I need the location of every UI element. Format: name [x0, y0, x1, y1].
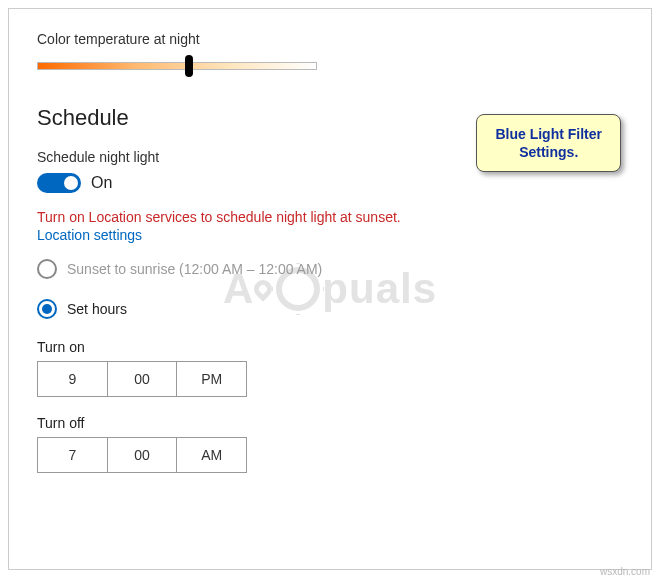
radio-set-hours[interactable]: Set hours — [37, 299, 623, 319]
turn-off-label: Turn off — [37, 415, 623, 431]
turn-on-hour[interactable]: 9 — [38, 362, 108, 396]
radio-dot — [42, 304, 52, 314]
annotation-callout: Blue Light Filter Settings. — [476, 114, 621, 172]
slider-thumb[interactable] — [185, 55, 193, 77]
turn-off-minute[interactable]: 00 — [108, 438, 178, 472]
turn-on-label: Turn on — [37, 339, 623, 355]
radio-sunset-to-sunrise: Sunset to sunrise (12:00 AM – 12:00 AM) — [37, 259, 623, 279]
radio-icon — [37, 259, 57, 279]
callout-line2: Settings. — [495, 143, 602, 161]
turn-off-period[interactable]: AM — [177, 438, 246, 472]
toggle-state-text: On — [91, 174, 112, 192]
callout-line1: Blue Light Filter — [495, 125, 602, 143]
turn-off-time-picker[interactable]: 7 00 AM — [37, 437, 247, 473]
credit-text: wsxdn.com — [600, 566, 650, 577]
radio-icon-selected — [37, 299, 57, 319]
toggle-knob — [64, 176, 78, 190]
location-settings-link[interactable]: Location settings — [37, 227, 623, 243]
color-temperature-slider[interactable] — [37, 55, 317, 77]
slider-track — [37, 62, 317, 70]
turn-on-minute[interactable]: 00 — [108, 362, 178, 396]
location-warning-text: Turn on Location services to schedule ni… — [37, 209, 623, 225]
radio-sethours-label: Set hours — [67, 301, 127, 317]
pin-icon — [251, 276, 276, 301]
night-light-settings-panel: A puals Color temperature at night Sched… — [8, 8, 652, 570]
turn-on-time-picker[interactable]: 9 00 PM — [37, 361, 247, 397]
turn-on-period[interactable]: PM — [177, 362, 246, 396]
schedule-toggle-row: On — [37, 173, 623, 193]
schedule-toggle[interactable] — [37, 173, 81, 193]
turn-off-hour[interactable]: 7 — [38, 438, 108, 472]
radio-sunset-label: Sunset to sunrise (12:00 AM – 12:00 AM) — [67, 261, 322, 277]
color-temperature-label: Color temperature at night — [37, 31, 623, 47]
